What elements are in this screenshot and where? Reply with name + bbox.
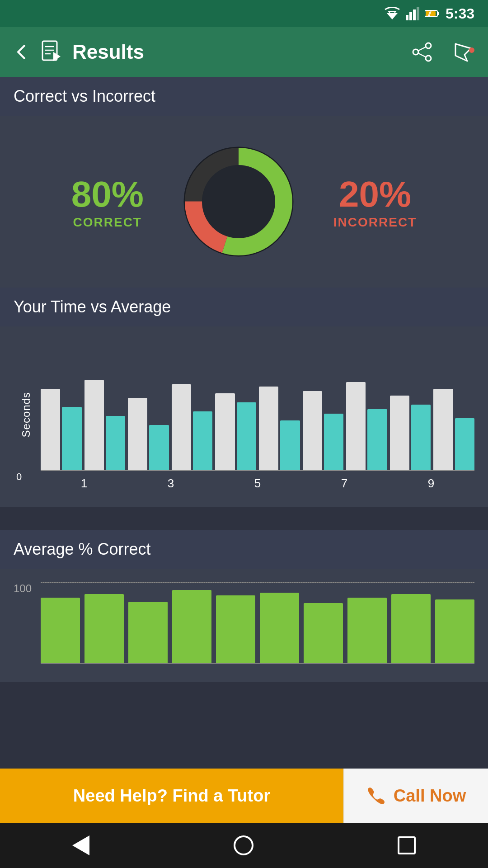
nav-recents-button[interactable] [398, 836, 416, 854]
svg-line-20 [418, 53, 426, 57]
incorrect-label: 20% INCORRECT [333, 174, 417, 230]
bar-teal [149, 425, 169, 470]
bar-white [41, 389, 60, 470]
bar-white [433, 389, 453, 470]
time-chart-section: Seconds 0 13579 [0, 326, 488, 507]
bar-pair [346, 382, 387, 470]
bar-white [259, 387, 278, 470]
correct-vs-incorrect-header: Correct vs Incorrect [0, 77, 488, 116]
recents-square-icon [398, 836, 416, 854]
bookmark-icon[interactable] [452, 42, 474, 62]
bar-pair [303, 391, 344, 470]
nav-back-button[interactable] [72, 835, 89, 855]
x-axis-label: 1 [41, 476, 127, 491]
app-bar: Results [0, 27, 488, 77]
wifi-icon [384, 7, 400, 20]
bar-white [346, 382, 366, 470]
x-axis-label: 7 [301, 476, 388, 491]
x-axis-label: 9 [388, 476, 474, 491]
x-axis-label: 3 [127, 476, 214, 491]
bar-teal [455, 418, 474, 470]
bar-white [84, 380, 104, 470]
back-button[interactable] [14, 44, 30, 60]
correct-text: CORRECT [71, 215, 144, 230]
time-bars-container [41, 344, 474, 471]
donut-section: 80% CORRECT 20% INCORRECT [0, 116, 488, 288]
svg-rect-2 [406, 15, 408, 20]
bar-teal [106, 416, 125, 470]
bar-white [390, 396, 409, 470]
y-zero-label: 0 [16, 471, 22, 483]
bar-pair [172, 384, 213, 470]
svg-line-19 [418, 47, 426, 51]
avg-bar [304, 603, 343, 663]
y-axis-label: Seconds [20, 392, 33, 437]
nav-bar [0, 823, 488, 868]
x-axis-label: 5 [214, 476, 301, 491]
bar-white [215, 393, 235, 470]
bottom-banner: Need Help? Find a Tutor Call Now [0, 769, 488, 823]
avg-chart-area: 100 [14, 582, 474, 682]
page-title: Results [72, 41, 392, 63]
find-tutor-text: Need Help? Find a Tutor [73, 786, 270, 806]
bar-pair [215, 393, 256, 470]
svg-point-26 [202, 165, 275, 238]
bar-pair [259, 387, 300, 470]
avg-bar [41, 598, 80, 663]
svg-point-17 [413, 49, 418, 55]
svg-rect-4 [413, 9, 416, 20]
avg-bar [347, 598, 387, 663]
svg-rect-5 [417, 7, 419, 20]
avg-pct-correct-header: Average % Correct [0, 530, 488, 569]
svg-point-18 [426, 56, 431, 61]
avg-y-label: 100 [14, 582, 32, 595]
bar-teal [411, 405, 431, 470]
phone-icon [366, 786, 386, 806]
avg-bar [172, 590, 211, 663]
document-icon [41, 40, 61, 64]
nav-home-button[interactable] [234, 835, 253, 855]
back-triangle-icon [72, 835, 89, 855]
time-vs-average-header: Your Time vs Average [0, 288, 488, 326]
avg-bar [84, 594, 124, 663]
bar-teal [367, 409, 387, 470]
bar-teal [62, 407, 81, 470]
bar-teal [324, 414, 343, 470]
svg-rect-7 [437, 12, 439, 15]
find-tutor-button[interactable]: Need Help? Find a Tutor [0, 769, 343, 823]
incorrect-text: INCORRECT [333, 215, 417, 230]
svg-rect-3 [409, 12, 412, 20]
bar-white [303, 391, 322, 470]
correct-percentage: 80% [71, 174, 144, 215]
svg-point-16 [426, 43, 431, 48]
home-circle-icon [234, 835, 253, 855]
status-icons: 5:33 [384, 5, 474, 22]
bar-pair [128, 398, 169, 470]
bar-pair [84, 380, 126, 470]
status-time: 5:33 [446, 5, 474, 22]
bar-teal [237, 402, 256, 470]
svg-point-21 [469, 47, 474, 53]
avg-bar [391, 594, 431, 663]
x-axis: 13579 [41, 476, 474, 491]
bar-white [128, 398, 147, 470]
avg-chart-section: 100 [0, 569, 488, 682]
correct-label: 80% CORRECT [71, 174, 144, 230]
avg-bar [216, 595, 255, 663]
bar-teal [193, 411, 212, 470]
bar-pair [433, 389, 474, 470]
share-icon[interactable] [412, 42, 432, 62]
incorrect-percentage: 20% [333, 174, 417, 215]
donut-chart [171, 134, 306, 269]
avg-bars-container [41, 582, 474, 664]
status-bar: 5:33 [0, 0, 488, 27]
y-axis-label-container: Seconds [20, 344, 33, 485]
avg-bar [260, 593, 299, 663]
call-now-text: Call Now [394, 786, 466, 806]
battery-icon [425, 9, 440, 18]
bar-pair [41, 389, 82, 470]
signal-icon [406, 7, 419, 20]
call-now-button[interactable]: Call Now [343, 769, 488, 823]
bar-teal [280, 420, 300, 470]
bar-white [172, 384, 191, 470]
